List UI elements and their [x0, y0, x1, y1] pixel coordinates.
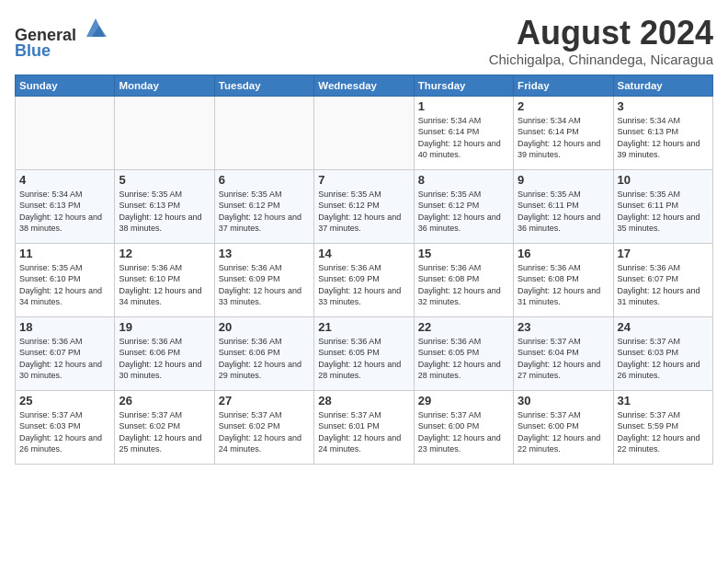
page-header: General Blue August 2024 Chichigalpa, Ch… — [15, 15, 713, 67]
calendar-cell: 11Sunrise: 5:35 AM Sunset: 6:10 PM Dayli… — [16, 243, 115, 316]
day-number: 3 — [618, 99, 709, 113]
day-number: 2 — [518, 99, 609, 113]
calendar-cell: 19Sunrise: 5:36 AM Sunset: 6:06 PM Dayli… — [115, 316, 214, 390]
calendar-cell: 30Sunrise: 5:37 AM Sunset: 6:00 PM Dayli… — [514, 390, 613, 464]
day-info: Sunrise: 5:35 AM Sunset: 6:12 PM Dayligh… — [219, 189, 310, 235]
calendar-cell: 5Sunrise: 5:35 AM Sunset: 6:13 PM Daylig… — [115, 169, 214, 243]
day-number: 7 — [318, 173, 409, 187]
day-number: 30 — [518, 394, 609, 408]
calendar-cell: 2Sunrise: 5:34 AM Sunset: 6:14 PM Daylig… — [514, 96, 613, 169]
weekday-header-sunday: Sunday — [16, 75, 115, 96]
day-info: Sunrise: 5:34 AM Sunset: 6:14 PM Dayligh… — [518, 115, 609, 161]
day-number: 22 — [418, 320, 509, 334]
day-number: 26 — [119, 394, 210, 408]
calendar-cell: 28Sunrise: 5:37 AM Sunset: 6:01 PM Dayli… — [314, 390, 414, 464]
day-info: Sunrise: 5:34 AM Sunset: 6:13 PM Dayligh… — [19, 189, 110, 235]
day-number: 10 — [618, 173, 709, 187]
day-number: 29 — [418, 394, 509, 408]
calendar-cell: 8Sunrise: 5:35 AM Sunset: 6:12 PM Daylig… — [414, 169, 513, 243]
day-number: 18 — [19, 320, 110, 334]
weekday-header-wednesday: Wednesday — [314, 75, 414, 96]
day-info: Sunrise: 5:36 AM Sunset: 6:05 PM Dayligh… — [418, 336, 509, 382]
calendar-cell: 12Sunrise: 5:36 AM Sunset: 6:10 PM Dayli… — [115, 243, 214, 316]
day-info: Sunrise: 5:37 AM Sunset: 6:03 PM Dayligh… — [618, 336, 709, 382]
day-info: Sunrise: 5:36 AM Sunset: 6:08 PM Dayligh… — [518, 262, 609, 308]
title-block: August 2024 Chichigalpa, Chinandega, Nic… — [489, 15, 713, 67]
day-info: Sunrise: 5:35 AM Sunset: 6:11 PM Dayligh… — [518, 189, 609, 235]
logo: General Blue — [15, 15, 108, 61]
calendar-cell: 23Sunrise: 5:37 AM Sunset: 6:04 PM Dayli… — [514, 316, 613, 390]
day-number: 16 — [518, 247, 609, 260]
logo-text: General — [15, 15, 108, 45]
calendar-cell — [16, 96, 115, 169]
day-number: 28 — [318, 394, 409, 408]
week-row-4: 18Sunrise: 5:36 AM Sunset: 6:07 PM Dayli… — [16, 316, 713, 390]
day-number: 12 — [119, 247, 210, 260]
day-info: Sunrise: 5:35 AM Sunset: 6:11 PM Dayligh… — [618, 189, 709, 235]
calendar-cell: 4Sunrise: 5:34 AM Sunset: 6:13 PM Daylig… — [16, 169, 115, 243]
weekday-header-thursday: Thursday — [414, 75, 513, 96]
day-number: 31 — [618, 394, 709, 408]
calendar-cell: 27Sunrise: 5:37 AM Sunset: 6:02 PM Dayli… — [214, 390, 313, 464]
day-number: 23 — [518, 320, 609, 334]
calendar-cell: 17Sunrise: 5:36 AM Sunset: 6:07 PM Dayli… — [613, 243, 712, 316]
calendar-cell — [314, 96, 414, 169]
calendar-cell — [214, 96, 313, 169]
day-number: 19 — [119, 320, 210, 334]
calendar-table: SundayMondayTuesdayWednesdayThursdayFrid… — [15, 75, 713, 465]
day-info: Sunrise: 5:36 AM Sunset: 6:06 PM Dayligh… — [219, 336, 310, 382]
day-info: Sunrise: 5:36 AM Sunset: 6:06 PM Dayligh… — [119, 336, 210, 382]
week-row-3: 11Sunrise: 5:35 AM Sunset: 6:10 PM Dayli… — [16, 243, 713, 316]
day-info: Sunrise: 5:34 AM Sunset: 6:13 PM Dayligh… — [618, 115, 709, 161]
weekday-header-friday: Friday — [514, 75, 613, 96]
calendar-cell: 16Sunrise: 5:36 AM Sunset: 6:08 PM Dayli… — [514, 243, 613, 316]
calendar-cell: 21Sunrise: 5:36 AM Sunset: 6:05 PM Dayli… — [314, 316, 414, 390]
day-number: 11 — [19, 247, 110, 260]
weekday-header-saturday: Saturday — [613, 75, 712, 96]
calendar-cell: 29Sunrise: 5:37 AM Sunset: 6:00 PM Dayli… — [414, 390, 513, 464]
calendar-cell: 24Sunrise: 5:37 AM Sunset: 6:03 PM Dayli… — [613, 316, 712, 390]
logo-icon — [83, 15, 108, 40]
day-number: 1 — [418, 99, 509, 113]
day-info: Sunrise: 5:37 AM Sunset: 6:04 PM Dayligh… — [518, 336, 609, 382]
day-info: Sunrise: 5:37 AM Sunset: 6:02 PM Dayligh… — [219, 409, 310, 455]
calendar-cell — [115, 96, 214, 169]
day-number: 15 — [418, 247, 509, 260]
day-info: Sunrise: 5:36 AM Sunset: 6:09 PM Dayligh… — [318, 262, 409, 308]
day-info: Sunrise: 5:35 AM Sunset: 6:10 PM Dayligh… — [19, 262, 110, 308]
day-info: Sunrise: 5:35 AM Sunset: 6:12 PM Dayligh… — [318, 189, 409, 235]
calendar-cell: 18Sunrise: 5:36 AM Sunset: 6:07 PM Dayli… — [16, 316, 115, 390]
calendar-cell: 22Sunrise: 5:36 AM Sunset: 6:05 PM Dayli… — [414, 316, 513, 390]
calendar-cell: 26Sunrise: 5:37 AM Sunset: 6:02 PM Dayli… — [115, 390, 214, 464]
day-info: Sunrise: 5:37 AM Sunset: 6:02 PM Dayligh… — [119, 409, 210, 455]
day-info: Sunrise: 5:34 AM Sunset: 6:14 PM Dayligh… — [418, 115, 509, 161]
day-number: 5 — [119, 173, 210, 187]
day-number: 14 — [318, 247, 409, 260]
day-number: 13 — [219, 247, 310, 260]
location: Chichigalpa, Chinandega, Nicaragua — [489, 52, 713, 67]
day-info: Sunrise: 5:37 AM Sunset: 6:03 PM Dayligh… — [19, 409, 110, 455]
calendar-cell: 20Sunrise: 5:36 AM Sunset: 6:06 PM Dayli… — [214, 316, 313, 390]
day-info: Sunrise: 5:37 AM Sunset: 5:59 PM Dayligh… — [618, 409, 709, 455]
day-number: 21 — [318, 320, 409, 334]
calendar-cell: 10Sunrise: 5:35 AM Sunset: 6:11 PM Dayli… — [613, 169, 712, 243]
weekday-header-row: SundayMondayTuesdayWednesdayThursdayFrid… — [16, 75, 713, 96]
calendar-cell: 3Sunrise: 5:34 AM Sunset: 6:13 PM Daylig… — [613, 96, 712, 169]
month-title: August 2024 — [489, 15, 713, 52]
week-row-5: 25Sunrise: 5:37 AM Sunset: 6:03 PM Dayli… — [16, 390, 713, 464]
day-number: 27 — [219, 394, 310, 408]
calendar-cell: 14Sunrise: 5:36 AM Sunset: 6:09 PM Dayli… — [314, 243, 414, 316]
weekday-header-monday: Monday — [115, 75, 214, 96]
day-info: Sunrise: 5:36 AM Sunset: 6:07 PM Dayligh… — [19, 336, 110, 382]
day-number: 9 — [518, 173, 609, 187]
week-row-1: 1Sunrise: 5:34 AM Sunset: 6:14 PM Daylig… — [16, 96, 713, 169]
day-number: 6 — [219, 173, 310, 187]
day-number: 8 — [418, 173, 509, 187]
calendar-cell: 6Sunrise: 5:35 AM Sunset: 6:12 PM Daylig… — [214, 169, 313, 243]
calendar-cell: 13Sunrise: 5:36 AM Sunset: 6:09 PM Dayli… — [214, 243, 313, 316]
day-info: Sunrise: 5:37 AM Sunset: 6:01 PM Dayligh… — [318, 409, 409, 455]
day-number: 17 — [618, 247, 709, 260]
day-info: Sunrise: 5:36 AM Sunset: 6:07 PM Dayligh… — [618, 262, 709, 308]
calendar-cell: 1Sunrise: 5:34 AM Sunset: 6:14 PM Daylig… — [414, 96, 513, 169]
day-info: Sunrise: 5:37 AM Sunset: 6:00 PM Dayligh… — [418, 409, 509, 455]
